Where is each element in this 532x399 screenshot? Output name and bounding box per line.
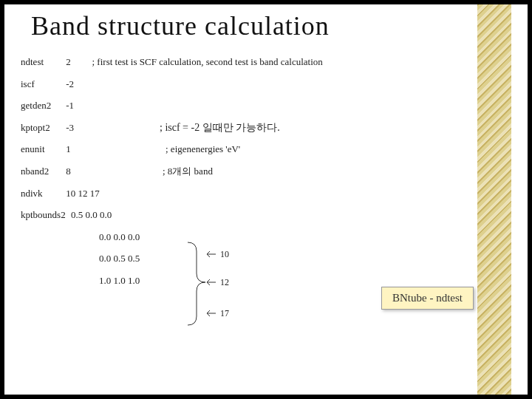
row-enunit: enunit 1 ; eigenenergies 'eV' [21,143,323,155]
val-kptopt2: -3 [66,122,82,134]
arrow-bracket-diagram: 10 12 17 [173,236,269,332]
key-kptbounds2: kptbounds2 [21,209,66,220]
val-nband2: 8 [66,166,82,177]
slide: Band structure calculation ndtest 2 ; fi… [4,4,528,395]
page-title: Band structure calculation [31,10,330,41]
key-kptopt2: kptopt2 [21,122,64,134]
row-kptopt2: kptopt2 -3 ; iscf = -2 일때만 가능하다. [21,122,323,134]
row-ndtest: ndtest 2 ; first test is SCF calculation… [21,56,323,68]
key-iscf: iscf [21,78,64,90]
row-ndivk: ndivk 10 12 17 [21,188,323,200]
parameter-block: ndtest 2 ; first test is SCF calculation… [21,56,323,297]
val-iscf: -2 [66,78,82,90]
comment-nband2: ; 8개의 band [163,166,213,177]
key-nband2: nband2 [21,166,64,177]
arrow-label-3: 17 [220,308,229,318]
arrow-label-1: 10 [220,249,229,259]
row-kptbounds2: kptbounds2 0.5 0.0 0.0 [21,209,323,221]
row-nband2: nband2 8 ; 8개의 band [21,166,323,177]
row-iscf: iscf -2 [21,78,323,90]
comment-kptopt2: ; iscf = -2 일때만 가능하다. [160,122,280,134]
callout-box: BNtube - ndtest [381,287,474,310]
val-ndtest: 2 [66,56,82,68]
arrow-label-2: 12 [220,277,229,287]
key-ndivk: ndivk [21,188,64,200]
comment-enunit: ; eigenenergies 'eV' [166,143,240,155]
key-getden2: getden2 [21,100,64,112]
row-getden2: getden2 -1 [21,100,323,112]
val-ndivk: 10 12 17 [66,188,100,199]
val-enunit: 1 [66,143,82,155]
decor-ribbon [477,4,511,395]
val-getden2: -1 [66,100,82,112]
key-ndtest: ndtest [21,56,64,68]
val-kptbounds2-r1: 0.5 0.0 0.0 [71,209,112,220]
comment-ndtest: ; first test is SCF calculation, second … [92,56,323,67]
key-enunit: enunit [21,143,64,155]
